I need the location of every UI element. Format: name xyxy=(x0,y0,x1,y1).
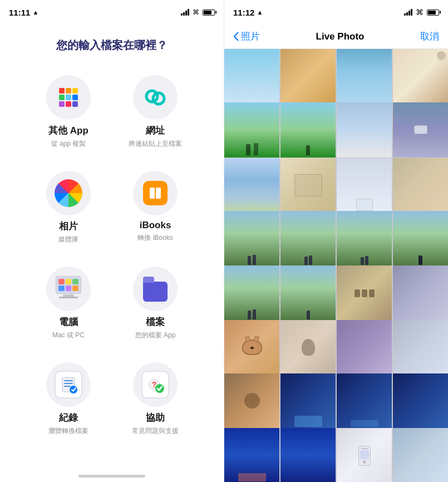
photo-cell[interactable] xyxy=(224,102,279,158)
records-sublabel: 瀏覽轉換檔案 xyxy=(48,426,88,436)
left-home-indicator xyxy=(78,475,145,478)
photos-icon-wrap xyxy=(46,171,91,215)
photo-cell[interactable] xyxy=(337,265,392,321)
app-item-help[interactable]: ? 協助 常見問題與支援 xyxy=(129,362,182,436)
photo-cell[interactable] xyxy=(280,211,336,266)
nav-back-button[interactable]: 照片 xyxy=(233,30,260,43)
right-panel: 11:12 ▲ ⌘ 照片 Live Photo 取消 xyxy=(224,0,448,482)
photo-cell[interactable] xyxy=(224,373,279,429)
url-label: 網址 xyxy=(146,124,165,137)
photo-cell[interactable] xyxy=(337,49,392,104)
photo-cell[interactable] xyxy=(224,211,279,266)
right-nav-bar: 照片 Live Photo 取消 xyxy=(224,24,448,49)
other-app-sublabel: 從 app 複製 xyxy=(51,139,86,149)
other-app-label: 其他 App xyxy=(48,124,88,137)
folder-icon xyxy=(141,276,169,302)
app-item-records[interactable]: 紀錄 瀏覽轉換檔案 xyxy=(42,362,95,436)
svg-point-8 xyxy=(70,386,77,394)
left-wifi-icon: ⌘ xyxy=(193,8,199,16)
photo-grid xyxy=(224,49,448,482)
left-signal-icon xyxy=(181,9,189,16)
left-status-bar: 11:11 ▲ ⌘ xyxy=(0,0,224,24)
help-label: 協助 xyxy=(146,411,165,424)
page-title: 您的輸入檔案在哪裡？ xyxy=(56,38,168,53)
photo-cell[interactable] xyxy=(280,373,336,429)
photos-icon xyxy=(55,179,82,207)
left-panel: 11:11 ▲ ⌘ 您的輸入檔案在哪裡？ xyxy=(0,0,224,482)
photo-cell[interactable] xyxy=(280,428,336,482)
photo-cell[interactable] xyxy=(224,428,279,482)
url-icon-wrap xyxy=(133,75,178,120)
left-battery-icon xyxy=(203,9,215,16)
help-icon: ? xyxy=(141,371,169,399)
files-label: 檔案 xyxy=(146,316,165,328)
app-item-ibooks[interactable]: iBooks 轉換 iBooks xyxy=(129,171,182,244)
ibooks-icon-wrap xyxy=(133,171,178,215)
photo-cell[interactable] xyxy=(280,265,336,321)
right-location-icon: ▲ xyxy=(257,9,263,16)
computer-label: 電腦 xyxy=(59,316,78,328)
right-status-bar: 11:12 ▲ ⌘ xyxy=(224,0,448,24)
records-icon-wrap xyxy=(46,362,91,407)
other-app-icon-wrap xyxy=(46,75,91,120)
link-icon xyxy=(143,85,168,110)
ibooks-label: iBooks xyxy=(140,220,171,231)
right-battery-icon xyxy=(427,9,439,16)
app-grid: 其他 App 從 app 複製 網址 將連結貼上至檔案 相片 媒體庫 xyxy=(19,75,204,436)
help-sublabel: 常見問題與支援 xyxy=(132,426,179,436)
photo-cell[interactable] xyxy=(224,158,279,213)
grid-icon xyxy=(59,88,78,107)
app-item-files[interactable]: 檔案 您的檔案 App xyxy=(129,267,182,340)
photo-cell[interactable] xyxy=(337,211,392,266)
app-item-url[interactable]: 網址 將連結貼上至檔案 xyxy=(129,75,182,149)
files-sublabel: 您的檔案 App xyxy=(135,331,176,340)
svg-rect-3 xyxy=(156,188,161,199)
photo-cell[interactable] xyxy=(393,158,448,213)
files-icon-wrap xyxy=(133,267,178,311)
photo-cell[interactable] xyxy=(280,158,336,213)
photo-cell[interactable] xyxy=(393,49,448,104)
records-icon xyxy=(55,371,82,399)
svg-rect-2 xyxy=(150,188,155,199)
right-time: 11:12 ▲ xyxy=(233,8,263,17)
right-wifi-icon: ⌘ xyxy=(416,8,424,17)
photo-cell[interactable] xyxy=(224,49,279,104)
photos-sublabel: 媒體庫 xyxy=(58,235,78,244)
app-item-photos[interactable]: 相片 媒體庫 xyxy=(42,171,95,244)
app-item-computer[interactable]: 電腦 Mac 或 PC xyxy=(42,267,95,340)
photo-cell[interactable] xyxy=(224,320,279,375)
right-status-icons: ⌘ xyxy=(404,8,439,17)
photo-cell[interactable] xyxy=(337,428,392,482)
cancel-button[interactable]: 取消 xyxy=(420,30,439,43)
right-signal-icon xyxy=(404,9,412,16)
photo-cell[interactable] xyxy=(280,320,336,375)
left-status-icons: ⌘ xyxy=(181,8,215,16)
photo-cell[interactable] xyxy=(393,320,448,375)
photo-cell[interactable] xyxy=(224,265,279,321)
nav-title: Live Photo xyxy=(316,31,365,42)
photo-cell[interactable] xyxy=(337,158,392,213)
photo-cell[interactable] xyxy=(393,265,448,321)
photo-cell[interactable] xyxy=(393,428,448,482)
help-icon-wrap: ? xyxy=(133,362,178,407)
back-label: 照片 xyxy=(241,30,260,43)
computer-sublabel: Mac 或 PC xyxy=(52,331,85,340)
ibooks-sublabel: 轉換 iBooks xyxy=(137,233,173,243)
photo-cell[interactable] xyxy=(280,49,336,104)
url-sublabel: 將連結貼上至檔案 xyxy=(129,139,182,149)
photo-cell[interactable] xyxy=(280,102,336,158)
computer-icon-wrap xyxy=(46,267,91,311)
photo-cell[interactable] xyxy=(337,102,392,158)
chevron-left-icon xyxy=(233,32,239,41)
photo-cell[interactable] xyxy=(393,373,448,429)
left-location-icon: ▲ xyxy=(32,9,38,16)
photo-cell[interactable] xyxy=(393,102,448,158)
app-item-other[interactable]: 其他 App 從 app 複製 xyxy=(42,75,95,149)
photos-label: 相片 xyxy=(59,220,78,233)
photo-cell[interactable] xyxy=(337,320,392,375)
photo-cell[interactable] xyxy=(337,373,392,429)
photo-cell[interactable] xyxy=(393,211,448,266)
records-label: 紀錄 xyxy=(59,411,78,424)
computer-icon xyxy=(55,276,82,302)
left-time: 11:11 ▲ xyxy=(9,8,38,17)
